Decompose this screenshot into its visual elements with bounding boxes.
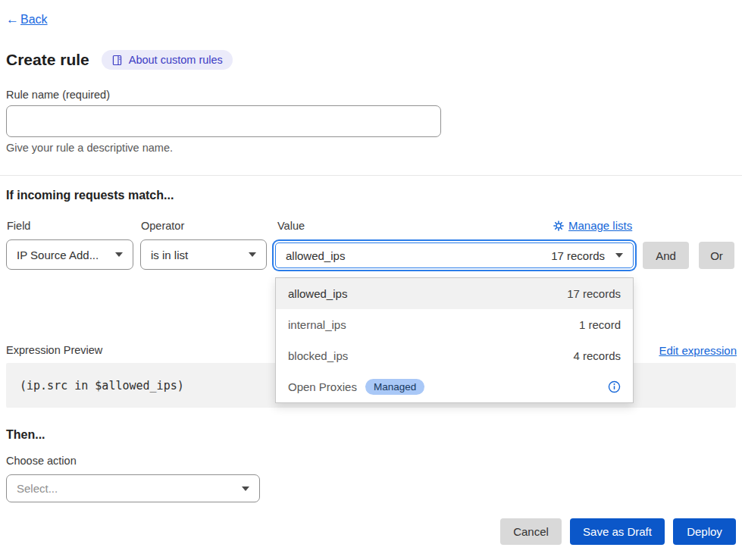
field-select-value: IP Source Add... <box>17 249 99 261</box>
chevron-down-icon <box>615 253 623 258</box>
about-custom-rules-link[interactable]: About custom rules <box>102 50 233 70</box>
value-select-selected: allowed_ips <box>286 249 345 262</box>
list-option-name: Open Proxies <box>288 380 357 393</box>
chevron-down-icon <box>249 252 256 257</box>
field-label: Field <box>7 220 30 232</box>
list-option-record-count: 4 records <box>573 349 621 362</box>
expression-preview-label: Expression Preview <box>6 344 102 356</box>
list-option-name: blocked_ips <box>288 349 348 362</box>
list-option-open-proxies[interactable]: Open Proxies Managed <box>276 371 633 402</box>
action-select-placeholder: Select... <box>17 482 58 495</box>
value-label: Value <box>277 220 305 232</box>
list-option-allowed-ips[interactable]: allowed_ips 17 records <box>276 278 633 309</box>
about-custom-rules-label: About custom rules <box>129 54 223 66</box>
manage-lists-label: Manage lists <box>568 219 632 232</box>
back-link-label: Back <box>20 13 48 27</box>
expression-code: (ip.src in $allowed_ips) <box>20 379 184 393</box>
gear-icon <box>553 221 564 231</box>
rule-name-helper-text: Give your rule a descriptive name. <box>6 142 173 154</box>
or-button[interactable]: Or <box>699 242 734 269</box>
value-select[interactable]: allowed_ips 17 records <box>275 242 634 268</box>
list-option-record-count: 1 record <box>579 318 621 331</box>
operator-label: Operator <box>141 220 184 232</box>
page-title: Create rule <box>6 51 89 69</box>
list-option-internal-ips[interactable]: internal_ips 1 record <box>276 309 633 340</box>
managed-badge: Managed <box>365 379 424 395</box>
chevron-down-icon <box>115 252 123 257</box>
field-select[interactable]: IP Source Add... <box>6 239 133 270</box>
list-option-name: allowed_ips <box>288 287 347 300</box>
title-row: Create rule About custom rules <box>6 50 233 70</box>
chevron-down-icon <box>242 486 249 491</box>
match-section-heading: If incoming requests match... <box>6 189 174 202</box>
rule-name-label: Rule name (required) <box>6 89 110 101</box>
list-option-record-count: 17 records <box>567 287 621 300</box>
list-dropdown-menu: allowed_ips 17 records internal_ips 1 re… <box>275 277 634 403</box>
operator-select[interactable]: is in list <box>140 239 267 270</box>
and-button[interactable]: And <box>643 242 689 269</box>
section-divider <box>0 175 742 176</box>
rule-name-input[interactable] <box>6 105 441 137</box>
list-option-name: internal_ips <box>288 318 346 331</box>
book-icon <box>111 55 123 66</box>
info-circle-icon[interactable] <box>608 380 621 393</box>
then-section-heading: Then... <box>6 428 45 442</box>
deploy-button[interactable]: Deploy <box>673 518 736 545</box>
list-option-blocked-ips[interactable]: blocked_ips 4 records <box>276 340 633 371</box>
back-link[interactable]: ← Back <box>6 12 48 27</box>
back-arrow-icon: ← <box>6 12 19 27</box>
save-as-draft-button[interactable]: Save as Draft <box>570 518 665 545</box>
cancel-button[interactable]: Cancel <box>500 518 562 545</box>
edit-expression-link[interactable]: Edit expression <box>659 344 737 357</box>
action-select[interactable]: Select... <box>6 474 260 502</box>
operator-select-value: is in list <box>151 249 188 261</box>
choose-action-label: Choose action <box>6 455 77 467</box>
manage-lists-link[interactable]: Manage lists <box>553 219 632 232</box>
value-select-record-count: 17 records <box>551 249 605 262</box>
